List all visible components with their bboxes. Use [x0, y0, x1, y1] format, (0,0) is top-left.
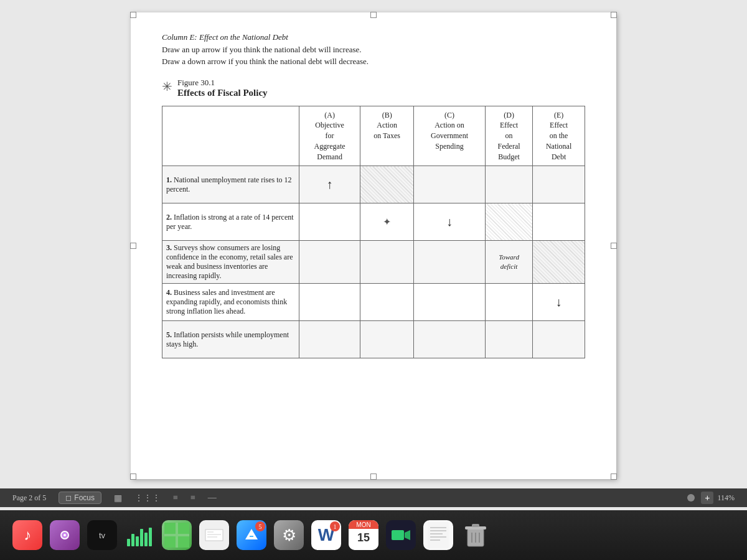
- page-content: Column E: Effect on the National Debt Dr…: [131, 12, 616, 479]
- svg-rect-8: [207, 534, 221, 535]
- trash-svg: [464, 521, 487, 549]
- row5-col-a: [299, 321, 360, 358]
- row1-col-d: [485, 166, 532, 203]
- stocks-bars: [127, 524, 152, 546]
- col-header-d: (D) Effect on Federal Budget: [485, 106, 532, 166]
- svg-rect-19: [430, 527, 446, 528]
- calendar-svg: MON 15: [349, 520, 378, 550]
- document-area: Column E: Effect on the National Debt Dr…: [0, 0, 747, 510]
- table-row: 4. Business sales and investment are exp…: [162, 284, 585, 321]
- taskbar-left: ♪ tv: [12, 520, 491, 550]
- taskbar: ♪ tv: [0, 510, 747, 560]
- row2-col-e: [533, 203, 585, 241]
- svg-rect-23: [430, 539, 440, 541]
- row2-col-b: ✦: [360, 203, 414, 241]
- row1-col-c: [414, 166, 486, 203]
- appstore-badge: 5: [255, 521, 265, 531]
- instruction-line1: Draw an up arrow if you think the nation…: [162, 44, 585, 56]
- svg-rect-10: [250, 536, 253, 537]
- col-e-label: Column E: Effect on the National Debt: [162, 31, 585, 44]
- row3-col-e: [533, 241, 585, 284]
- instructions-block: Column E: Effect on the National Debt Dr…: [162, 31, 585, 68]
- row5-col-c: [414, 321, 486, 358]
- row5-col-d: [485, 321, 532, 358]
- row4-col-a: [299, 284, 360, 321]
- row4-col-e: ↓: [533, 284, 585, 321]
- taskbar-icon-music[interactable]: ♪: [12, 520, 42, 550]
- row3-col-d: Towarddeficit: [485, 241, 532, 284]
- gear-icon: ⚙: [282, 526, 296, 545]
- row3-col-c: [414, 241, 486, 284]
- taskbar-icon-slides[interactable]: [199, 520, 229, 550]
- row4-col-d: [485, 284, 532, 321]
- taskbar-icon-map[interactable]: [162, 520, 192, 550]
- slides-svg: [202, 523, 226, 547]
- svg-rect-4: [176, 523, 178, 548]
- bar3: [136, 536, 139, 546]
- table-header-row: (A) Objective for Aggregate Demand (B) A…: [162, 106, 585, 166]
- word-badge: 1: [330, 521, 340, 531]
- row5-col-e: [533, 321, 585, 358]
- resize-handle-br[interactable]: [611, 474, 617, 480]
- taskbar-icon-calendar[interactable]: MON 15: [349, 520, 378, 550]
- scenario-3: 3. Surveys show consumers are losing con…: [162, 241, 299, 284]
- resize-handle-bl[interactable]: [130, 474, 136, 480]
- figure-header: ✳ Figure 30.1 Effects of Fiscal Policy: [162, 78, 585, 98]
- svg-text:15: 15: [357, 531, 370, 544]
- taskbar-icon-settings[interactable]: ⚙: [274, 520, 304, 550]
- row2-col-d: [485, 203, 532, 241]
- figure-title: Effects of Fiscal Policy: [177, 88, 268, 98]
- icon-list: ⋮⋮⋮: [134, 493, 161, 503]
- row1-col-a: ↑: [299, 166, 360, 203]
- table-row: 5. Inflation persists while unemployment…: [162, 321, 585, 358]
- table-row: 1. National unemployment rate rises to 1…: [162, 166, 585, 203]
- svg-point-1: [63, 534, 66, 536]
- taskbar-icon-document[interactable]: [423, 520, 453, 550]
- svg-rect-18: [428, 522, 449, 548]
- taskbar-icon-podcast[interactable]: [50, 520, 80, 550]
- taskbar-icon-tv[interactable]: tv: [87, 520, 117, 550]
- taskbar-icon-word-wrapper[interactable]: W 1: [311, 520, 341, 550]
- icon-menu: ≡: [190, 493, 195, 503]
- resize-handle-mr[interactable]: [611, 243, 617, 249]
- icon-dash: —: [208, 493, 217, 503]
- zoom-plus-button[interactable]: +: [701, 492, 713, 504]
- row1-col-b: [360, 166, 414, 203]
- taskbar-icon-appstore-wrapper[interactable]: 5: [237, 520, 266, 550]
- icon-grid: ▦: [114, 493, 122, 503]
- svg-rect-16: [392, 530, 404, 540]
- resize-handle-tr[interactable]: [611, 12, 617, 18]
- resize-handle-tm[interactable]: [370, 12, 377, 18]
- map-svg: [164, 523, 189, 548]
- document-svg: [428, 522, 449, 548]
- svg-rect-20: [430, 530, 446, 531]
- resize-handle-tl[interactable]: [130, 12, 136, 18]
- taskbar-icon-facetime[interactable]: [386, 520, 416, 550]
- col-header-b: (B) Action on Taxes: [360, 106, 414, 166]
- table-row: 2. Inflation is strong at a rate of 14 p…: [162, 203, 585, 241]
- col-header-a: (A) Objective for Aggregate Demand: [299, 106, 360, 166]
- row2-col-c: ↓: [414, 203, 486, 241]
- row5-col-b: [360, 321, 414, 358]
- svg-marker-17: [405, 530, 410, 540]
- row3-col-b: [360, 241, 414, 284]
- svg-rect-21: [430, 533, 443, 534]
- row2-col-a: [299, 203, 360, 241]
- focus-button[interactable]: ◻ Focus: [59, 492, 101, 504]
- camera-svg: [391, 528, 411, 543]
- taskbar-icon-trash[interactable]: [461, 520, 491, 550]
- status-bar: Page 2 of 5 ◻ Focus ▦ ⋮⋮⋮ ≡ ≡ — + 114%: [0, 488, 747, 507]
- bar6: [149, 528, 152, 546]
- resize-handle-bm[interactable]: [370, 474, 377, 480]
- resize-handle-ml[interactable]: [130, 243, 136, 249]
- taskbar-icon-stocks[interactable]: [125, 520, 154, 550]
- svg-rect-7: [207, 531, 214, 533]
- svg-rect-26: [472, 524, 479, 527]
- svg-rect-22: [430, 536, 446, 538]
- row4-col-b: [360, 284, 414, 321]
- figure-star-icon: ✳: [162, 79, 172, 94]
- table-row: 3. Surveys show consumers are losing con…: [162, 241, 585, 284]
- zoom-percent: 114%: [717, 493, 735, 503]
- status-bar-left: Page 2 of 5 ◻ Focus ▦ ⋮⋮⋮ ≡ ≡ —: [12, 492, 217, 504]
- row4-col-c: [414, 284, 486, 321]
